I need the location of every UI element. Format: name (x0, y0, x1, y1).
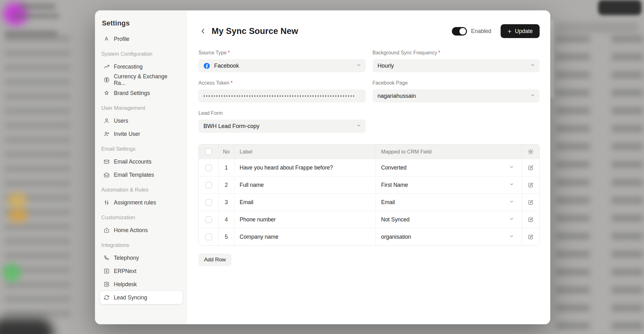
table-row: 2 Full name First Name (199, 176, 539, 193)
bg-avatar-blob (3, 264, 21, 282)
sidebar-section-email-settings: Email Settings (100, 144, 183, 154)
header-label: Label (234, 144, 375, 159)
sidebar-item-profile[interactable]: A Profile (100, 32, 183, 46)
sidebar-item-home-actions[interactable]: Home Actions (100, 224, 183, 237)
table-row: 4 Phone number Not Synced (199, 211, 539, 228)
helpdesk-icon (103, 281, 110, 288)
table-settings-button[interactable] (526, 147, 536, 156)
edit-icon (527, 182, 534, 188)
user-icon (103, 118, 110, 124)
table-body: 1 Have you heard about Frappe before? Co… (199, 159, 539, 245)
row-label: Have you heard about Frappe before? (234, 159, 375, 176)
row-mapped-select[interactable]: First Name (375, 176, 522, 193)
sidebar-item-label: Lead Syncing (114, 294, 147, 301)
sidebar-item-currency-exchange-ra[interactable]: Currency & Exchange Ra... (100, 73, 183, 86)
update-button-label: Update (515, 28, 533, 35)
source-type-select[interactable]: Facebook (198, 59, 366, 72)
facebook-icon (203, 63, 210, 69)
update-button[interactable]: + Update (501, 24, 540, 38)
gear-icon (527, 148, 534, 155)
back-button[interactable] (198, 26, 208, 36)
sidebar-item-assignment-rules[interactable]: Assignment rules (100, 196, 183, 209)
row-checkbox[interactable] (205, 164, 212, 171)
bg-blur-table-col (556, 35, 590, 334)
settings-sidebar: Settings A Profile System Configuration … (95, 10, 187, 324)
bg-blur-bar (18, 3, 56, 10)
enabled-toggle[interactable] (452, 27, 467, 36)
bg-sync-frequency-select[interactable]: Hourly (373, 59, 540, 72)
sync-icon (103, 294, 110, 301)
row-edit-button[interactable] (526, 180, 536, 190)
row-mapped-value: First Name (381, 182, 408, 188)
chevron-down-icon (356, 123, 361, 130)
bg-avatar-blob (8, 208, 28, 223)
row-edit-button[interactable] (526, 163, 536, 172)
sidebar-item-erpnext[interactable]: ERPNext (100, 264, 183, 278)
sidebar-item-lead-syncing[interactable]: Lead Syncing (100, 291, 183, 304)
lead-form-group: Lead Form BWH Lead Form-copy (198, 110, 366, 133)
sidebar-item-users[interactable]: Users (100, 114, 183, 127)
sidebar-item-forecasting[interactable]: Forecasting (100, 60, 183, 73)
envelope-icon (103, 159, 110, 165)
sidebar-section-automation-rules: Automation & Rules (100, 185, 183, 195)
sidebar-title: Settings (102, 19, 183, 27)
sidebar-item-email-accounts[interactable]: Email Accounts (100, 155, 183, 168)
facebook-page-value: nagariahussain (378, 93, 416, 99)
sidebar-item-label: Currency & Exchange Ra... (114, 73, 180, 86)
sidebar-section-customization: Customization (100, 213, 183, 223)
row-label: Company name (234, 228, 375, 245)
sidebar-item-brand-settings[interactable]: Brand Settings (100, 86, 183, 100)
facebook-page-select[interactable]: nagariahussain (373, 89, 540, 103)
sidebar-item-label: Profile (114, 36, 130, 42)
sidebar-item-label: Telephony (114, 255, 139, 261)
required-marker: * (438, 50, 440, 55)
required-marker: * (228, 50, 230, 55)
sidebar-item-email-templates[interactable]: Email Templates (100, 168, 183, 181)
row-label: Full name (234, 176, 375, 193)
sidebar-item-invite-user[interactable]: Invite User (100, 127, 183, 141)
row-no: 4 (218, 211, 234, 228)
row-checkbox[interactable] (205, 216, 212, 223)
bg-scrollbar (550, 19, 553, 98)
access-token-field[interactable]: ••••••••••••••••••••••••••••••••••••••••… (198, 89, 366, 103)
row-mapped-select[interactable]: Email (375, 194, 522, 211)
row-edit-button[interactable] (526, 232, 536, 242)
bg-blur-bar (4, 30, 58, 38)
sidebar-section-system-configuration: System Configuration (100, 49, 183, 59)
row-mapped-value: organisation (381, 234, 411, 240)
plus-icon: + (508, 28, 511, 35)
header-actions: Enabled + Update (452, 24, 540, 38)
enabled-label: Enabled (471, 28, 491, 35)
table-row: 3 Email Email (199, 193, 539, 211)
row-mapped-select[interactable]: Converted (375, 159, 522, 176)
sidebar-list: A Profile System Configuration Forecasti… (100, 32, 183, 304)
header-mapped: Mapped to CRM Field (375, 144, 522, 159)
bg-primary-button-blur (598, 0, 641, 15)
phone-icon (103, 255, 110, 261)
select-all-checkbox[interactable] (205, 148, 212, 155)
sidebar-item-telephony[interactable]: Telephony (100, 251, 183, 264)
sync-source-panel: My Sync Source New Enabled + Update Sour… (187, 10, 550, 324)
sync-source-form: Source Type* Facebook Background Sync Fr… (198, 50, 540, 142)
facebook-page-label: Facebook Page (373, 80, 540, 86)
sidebar-item-label: Helpdesk (114, 281, 137, 288)
row-mapped-select[interactable]: Not Synced (375, 211, 522, 228)
row-edit-button[interactable] (526, 215, 536, 224)
toggle-knob (459, 28, 466, 35)
access-token-group: Access Token* ••••••••••••••••••••••••••… (198, 80, 366, 103)
row-edit-button[interactable] (526, 198, 536, 207)
add-row-button[interactable]: Add Row (198, 253, 231, 266)
row-checkbox[interactable] (205, 182, 212, 188)
sidebar-item-label: Home Actions (114, 227, 148, 234)
row-no: 1 (218, 159, 234, 176)
currency-icon (103, 77, 110, 83)
lead-form-select[interactable]: BWH Lead Form-copy (198, 120, 366, 133)
settings-modal: Settings A Profile System Configuration … (95, 10, 550, 324)
row-no: 5 (218, 228, 234, 245)
source-type-value: Facebook (214, 63, 239, 69)
chevron-down-icon (509, 199, 514, 206)
sidebar-item-helpdesk[interactable]: Helpdesk (100, 278, 183, 291)
row-mapped-select[interactable]: organisation (375, 228, 522, 245)
row-checkbox[interactable] (205, 199, 212, 206)
row-checkbox[interactable] (205, 234, 212, 240)
